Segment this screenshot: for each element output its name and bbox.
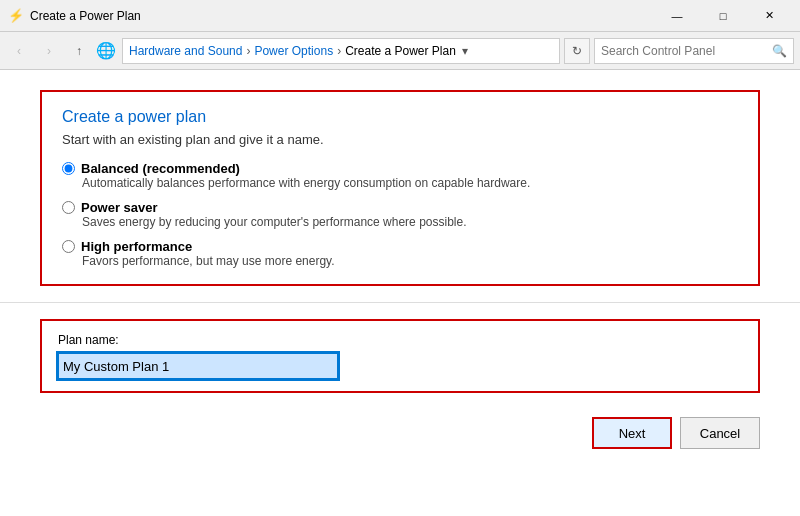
breadcrumb-dropdown-icon[interactable]: ▾: [462, 44, 468, 58]
breadcrumb-hardware[interactable]: Hardware and Sound: [129, 44, 242, 58]
power-saver-desc: Saves energy by reducing your computer's…: [82, 215, 738, 229]
balanced-radio[interactable]: [62, 162, 75, 175]
high-perf-option: High performance Favors performance, but…: [62, 239, 738, 268]
section-subtitle: Start with an existing plan and give it …: [62, 132, 738, 147]
search-box[interactable]: 🔍: [594, 38, 794, 64]
nav-icon: 🌐: [96, 41, 116, 60]
close-button[interactable]: ✕: [746, 0, 792, 32]
balanced-label[interactable]: Balanced (recommended): [62, 161, 738, 176]
plan-name-section: Plan name:: [40, 319, 760, 393]
power-saver-title: Power saver: [81, 200, 158, 215]
address-bar: ‹ › ↑ 🌐 Hardware and Sound › Power Optio…: [0, 32, 800, 70]
high-perf-title: High performance: [81, 239, 192, 254]
power-saver-option: Power saver Saves energy by reducing you…: [62, 200, 738, 229]
maximize-button[interactable]: □: [700, 0, 746, 32]
section-title: Create a power plan: [62, 108, 738, 126]
balanced-option: Balanced (recommended) Automatically bal…: [62, 161, 738, 190]
divider: [0, 302, 800, 303]
high-perf-desc: Favors performance, but may use more ene…: [82, 254, 738, 268]
window-icon: ⚡: [8, 8, 24, 24]
main-content: Create a power plan Start with an existi…: [0, 70, 800, 516]
buttons-area: Next Cancel: [40, 413, 760, 449]
forward-button[interactable]: ›: [36, 38, 62, 64]
window-title: Create a Power Plan: [30, 9, 141, 23]
create-plan-section: Create a power plan Start with an existi…: [40, 90, 760, 286]
minimize-button[interactable]: —: [654, 0, 700, 32]
search-icon: 🔍: [772, 44, 787, 58]
high-perf-label[interactable]: High performance: [62, 239, 738, 254]
balanced-desc: Automatically balances performance with …: [82, 176, 738, 190]
power-saver-label[interactable]: Power saver: [62, 200, 738, 215]
next-button[interactable]: Next: [592, 417, 672, 449]
breadcrumb[interactable]: Hardware and Sound › Power Options › Cre…: [122, 38, 560, 64]
plan-name-input[interactable]: [58, 353, 338, 379]
power-saver-radio[interactable]: [62, 201, 75, 214]
high-perf-radio[interactable]: [62, 240, 75, 253]
breadcrumb-power-options[interactable]: Power Options: [254, 44, 333, 58]
breadcrumb-current: Create a Power Plan: [345, 44, 456, 58]
search-input[interactable]: [601, 44, 772, 58]
back-button[interactable]: ‹: [6, 38, 32, 64]
plan-name-label: Plan name:: [58, 333, 742, 347]
title-bar: ⚡ Create a Power Plan — □ ✕: [0, 0, 800, 32]
window-controls: — □ ✕: [654, 0, 792, 32]
balanced-title: Balanced (recommended): [81, 161, 240, 176]
cancel-button[interactable]: Cancel: [680, 417, 760, 449]
plan-options: Balanced (recommended) Automatically bal…: [62, 161, 738, 268]
up-button[interactable]: ↑: [66, 38, 92, 64]
refresh-button[interactable]: ↻: [564, 38, 590, 64]
